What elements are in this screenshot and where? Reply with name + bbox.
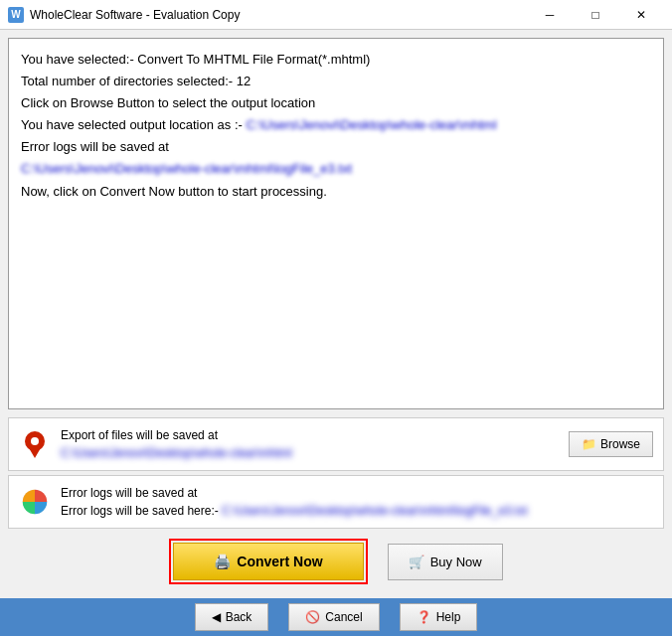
bottom-panels: Export of files will be saved at C:\User… [8, 417, 664, 590]
log-line-6: C:\Users\Jenovi\Desktop\whole-clear\mhtm… [21, 158, 651, 180]
export-panel-text: Export of files will be saved at C:\User… [61, 426, 559, 462]
cart-icon: 🛒 [409, 555, 424, 569]
export-path: C:\Users\Jenovi\Desktop\whole-clear\mhtm… [61, 444, 559, 462]
minimize-button[interactable]: ─ [527, 0, 573, 30]
errorlog-title: Error logs will be saved at [61, 484, 653, 502]
svg-point-2 [31, 437, 39, 445]
log-line-4-label: You have selected output location as :- [21, 117, 246, 132]
log-line-5: Error logs will be saved at [21, 136, 651, 158]
log-line-4: You have selected output location as :- … [21, 114, 651, 136]
pie-chart-icon [19, 486, 51, 518]
help-icon: ❓ [417, 610, 431, 624]
cancel-button[interactable]: 🚫 Cancel [288, 603, 379, 631]
export-panel: Export of files will be saved at C:\User… [8, 417, 664, 471]
log-line-3: Click on Browse Button to select the out… [21, 92, 651, 114]
browse-button[interactable]: 📁 Browse [569, 431, 653, 457]
errorlog-path-line: Error logs will be saved here:- C:\Users… [61, 502, 653, 520]
cancel-icon: 🚫 [305, 610, 320, 624]
location-pin-icon [19, 428, 51, 460]
main-content: You have selected:- Convert To MHTML Fil… [0, 30, 672, 598]
cancel-label: Cancel [325, 610, 362, 624]
log-line-4-path: C:\Users\Jenovi\Desktop\whole-clear\mhtm… [246, 117, 496, 132]
browse-icon: 📁 [582, 437, 596, 451]
back-button[interactable]: ◀ Back [195, 603, 269, 631]
errorlog-path: C:\Users\Jenovi\Desktop\whole-clear\mhtm… [222, 504, 527, 518]
app-icon: W [8, 7, 24, 23]
window-title: WholeClear Software - Evaluation Copy [30, 8, 527, 22]
log-area: You have selected:- Convert To MHTML Fil… [8, 38, 664, 409]
buy-now-label: Buy Now [430, 555, 482, 569]
back-icon: ◀ [212, 610, 221, 624]
help-button[interactable]: ❓ Help [400, 603, 478, 631]
back-label: Back [226, 610, 252, 624]
log-line-1: You have selected:- Convert To MHTML Fil… [21, 49, 651, 71]
close-button[interactable]: ✕ [618, 0, 664, 30]
log-line-6-path: C:\Users\Jenovi\Desktop\whole-clear\mhtm… [21, 161, 352, 176]
maximize-button[interactable]: □ [573, 0, 618, 30]
log-line-7: Now, click on Convert Now button to star… [21, 181, 651, 203]
titlebar: W WholeClear Software - Evaluation Copy … [0, 0, 672, 30]
svg-marker-1 [28, 446, 42, 458]
action-row: 🖨️ Convert Now 🛒 Buy Now [8, 533, 664, 590]
errorlog-label: Error logs will be saved here:- [61, 504, 222, 518]
convert-now-button[interactable]: 🖨️ Convert Now [173, 543, 363, 580]
window-controls: ─ □ ✕ [527, 0, 664, 30]
help-label: Help [436, 610, 461, 624]
export-title: Export of files will be saved at [61, 426, 559, 444]
convert-btn-wrapper: 🖨️ Convert Now [169, 539, 367, 584]
errorlog-panel-text: Error logs will be saved at Error logs w… [61, 484, 653, 520]
nav-bar: ◀ Back 🚫 Cancel ❓ Help [0, 598, 672, 636]
log-line-2: Total number of directories selected:- 1… [21, 71, 651, 92]
buy-now-button[interactable]: 🛒 Buy Now [388, 544, 503, 580]
browse-label: Browse [600, 437, 640, 451]
convert-label: Convert Now [237, 554, 322, 569]
convert-icon: 🖨️ [214, 554, 231, 569]
errorlog-panel: Error logs will be saved at Error logs w… [8, 475, 664, 529]
